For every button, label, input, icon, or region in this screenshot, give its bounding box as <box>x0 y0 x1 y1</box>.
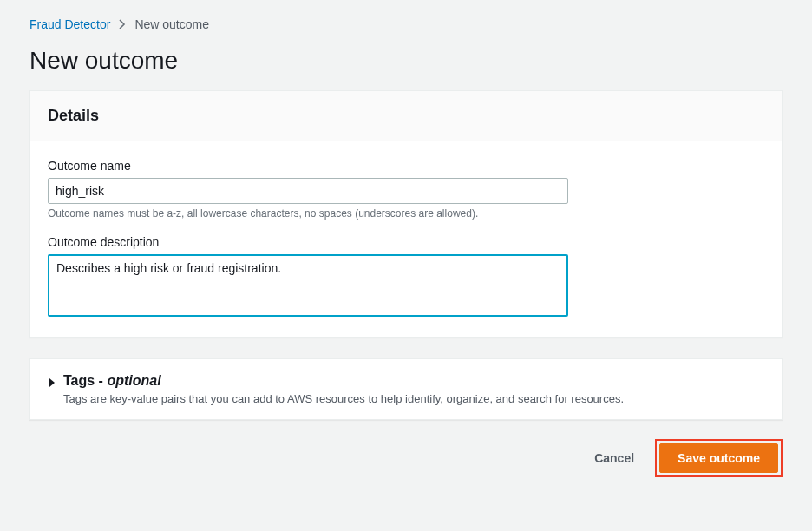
breadcrumb: Fraud Detector New outcome <box>29 17 783 31</box>
details-panel-header: Details <box>30 91 782 141</box>
tags-heading-optional: optional <box>107 373 160 388</box>
details-heading: Details <box>48 107 764 125</box>
outcome-name-hint: Outcome names must be a-z, all lowercase… <box>48 207 764 220</box>
tags-description: Tags are key-value pairs that you can ad… <box>63 392 624 405</box>
tags-heading-dash: - <box>95 373 107 388</box>
outcome-name-label: Outcome name <box>48 159 764 173</box>
breadcrumb-root-link[interactable]: Fraud Detector <box>29 17 110 31</box>
caret-right-icon <box>48 377 56 390</box>
tags-panel: Tags - optional Tags are key-value pairs… <box>29 358 783 420</box>
details-panel-body: Outcome name Outcome names must be a-z, … <box>30 141 782 337</box>
cancel-button[interactable]: Cancel <box>586 444 643 472</box>
breadcrumb-current: New outcome <box>134 17 209 31</box>
outcome-name-field: Outcome name Outcome names must be a-z, … <box>48 159 764 220</box>
outcome-description-input[interactable] <box>48 254 568 317</box>
outcome-name-input[interactable] <box>48 178 568 204</box>
details-panel: Details Outcome name Outcome names must … <box>29 90 783 338</box>
tags-toggle[interactable]: Tags - optional Tags are key-value pairs… <box>48 373 764 405</box>
tags-title-block: Tags - optional Tags are key-value pairs… <box>63 373 624 405</box>
page-title: New outcome <box>29 47 783 75</box>
outcome-description-field: Outcome description <box>48 235 764 319</box>
actions-row: Cancel Save outcome <box>29 439 783 477</box>
save-outcome-button[interactable]: Save outcome <box>659 443 778 473</box>
tags-heading: Tags - optional <box>63 373 161 388</box>
chevron-right-icon <box>119 19 126 30</box>
save-button-highlight: Save outcome <box>655 439 783 477</box>
outcome-description-label: Outcome description <box>48 235 764 249</box>
tags-heading-main: Tags <box>63 373 95 388</box>
